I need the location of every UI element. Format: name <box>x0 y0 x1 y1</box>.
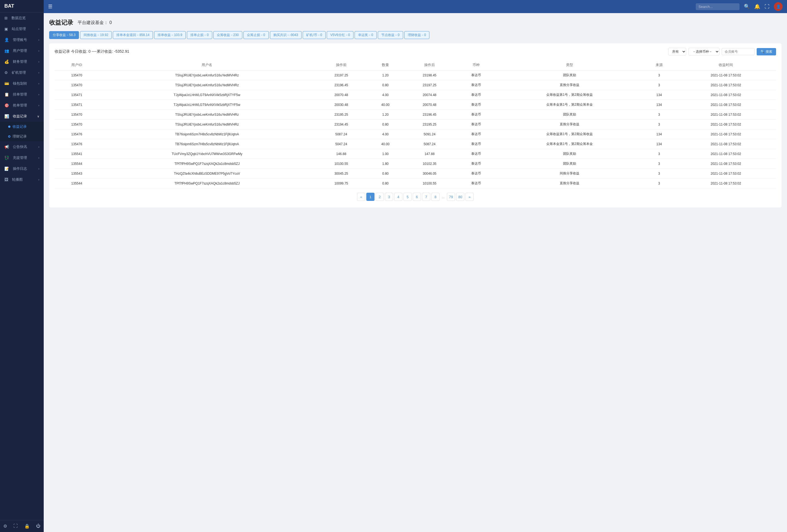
pagination-page-80[interactable]: 80 <box>456 193 464 201</box>
table-cell-6-6: 众筹收益第1号，第2期众筹收益 <box>497 129 643 139</box>
sidebar-item-oplog[interactable]: 📝 操作日志 › <box>0 163 44 174</box>
settings-icon[interactable]: ⚙ <box>3 524 7 529</box>
table-cell-0-1: TSIujJRUiEYjodxLveKmfurS16uYedMVHRz <box>99 70 315 80</box>
table-cell-2-0: 135471 <box>55 90 99 100</box>
table-cell-3-2: 20030.48 <box>315 100 367 110</box>
pagination-page-5[interactable]: 5 <box>403 193 412 201</box>
chevron-right-icon: › <box>38 60 39 63</box>
table-row: 135470TSIujJRUiEYjodxLveKmfurS16uYedMVHR… <box>55 110 776 119</box>
filter-tab-4[interactable]: 排单止损－0 <box>187 31 212 39</box>
chevron-right-icon: › <box>38 82 39 85</box>
table-cell-8-3: 1.00 <box>367 149 403 159</box>
filter-tab-2[interactable]: 排单本金退回－858.14 <box>113 31 153 39</box>
sidebar-item-finance-record[interactable]: 理财记录 <box>0 132 44 141</box>
sidebar-item-order[interactable]: 📋 排单管理 › <box>0 89 44 100</box>
sidebar-item-wallet[interactable]: 💳 钱包划转 › <box>0 78 44 89</box>
lock-icon[interactable]: 🔒 <box>24 524 30 529</box>
filter-tab-9[interactable]: V5V6分红－0 <box>327 31 354 39</box>
table-cell-5-2: 23194.45 <box>315 119 367 129</box>
hamburger-icon[interactable]: ☰ <box>48 3 52 9</box>
pagination-next[interactable]: » <box>466 193 474 201</box>
filter-tab-10[interactable]: 幸运奖－0 <box>355 31 377 39</box>
table-col-币种: 币种 <box>456 60 497 70</box>
table-cell-0-4: 23198.45 <box>403 70 456 80</box>
pagination-page-8[interactable]: 8 <box>431 193 440 201</box>
search-button[interactable]: 🔍 搜索 <box>757 48 776 56</box>
expand-icon[interactable]: ⛶ <box>14 524 18 529</box>
table-row: 135544TPf7fPH9SwPQ1F7szqXAQk2a1c8mdsb5ZJ… <box>55 178 776 189</box>
table-col-用户名: 用户名 <box>99 60 315 70</box>
coin-select[interactable]: －选择币种－ <box>688 48 720 56</box>
sub-item-label: 收益记录 <box>13 124 27 129</box>
table-cell-4-7: 3 <box>642 110 676 119</box>
table-cell-0-2: 23197.25 <box>315 70 367 80</box>
sidebar-logo: BAT <box>0 0 44 13</box>
pagination-page-6[interactable]: 6 <box>413 193 421 201</box>
topbar-left: ☰ <box>48 3 52 9</box>
filter-tabs: 分享收益－58.3间推收益－19.92排单本金退回－858.14排单收益－103… <box>49 31 782 39</box>
member-input[interactable] <box>722 48 754 55</box>
pagination-page-2[interactable]: 2 <box>376 193 384 201</box>
chevron-right-icon: › <box>38 38 39 42</box>
table-row: 135541TUcFVmy3ZQqb1YxbchVU7MWve3S3GRFwMy… <box>55 149 776 159</box>
pagination-prev[interactable]: « <box>357 193 365 201</box>
pagination-page-4[interactable]: 4 <box>394 193 402 201</box>
filter-tab-12[interactable]: 理财收益－0 <box>404 31 430 39</box>
fullscreen-icon[interactable]: ⛶ <box>765 4 769 9</box>
filter-tab-3[interactable]: 排单收益－103.9 <box>154 31 186 39</box>
sidebar-item-account-mgmt[interactable]: 👤 管理账号 › <box>0 35 44 45</box>
filter-tab-8[interactable]: 矿机/币－0 <box>303 31 326 39</box>
table-cell-0-6: 团队奖励 <box>497 70 643 80</box>
table-cell-7-8: 2021-11-08 17:53:02 <box>676 139 776 149</box>
filter-tab-6[interactable]: 众筹止损－0 <box>243 31 269 39</box>
table-cell-11-1: TPf7fPH9SwPQ1F7szqXAQk2a1c8mdsb5ZJ <box>99 178 315 189</box>
sidebar-item-dashboard[interactable]: ⊞ 数据总览 <box>0 13 44 23</box>
sidebar-item-user-mgmt[interactable]: 👥 用户管理 › <box>0 45 44 56</box>
sidebar-item-carousel[interactable]: 🖼 轮播图 › <box>0 174 44 185</box>
sidebar-item-label: 排单管理 <box>13 92 27 97</box>
table-cell-10-4: 30046.05 <box>403 169 456 178</box>
filter-controls: 所有 －选择币种－ 🔍 搜索 <box>668 48 776 56</box>
sidebar-item-recharge[interactable]: 💱 充提管理 › <box>0 152 44 163</box>
table-cell-3-3: 40.00 <box>367 100 403 110</box>
table-cell-0-7: 3 <box>642 70 676 80</box>
table-cell-4-4: 23196.45 <box>403 110 456 119</box>
content-area: 收益记录 平台建设基金： 0 分享收益－58.3间推收益－19.92排单本金退回… <box>44 13 787 532</box>
filter-tab-0[interactable]: 分享收益－58.3 <box>49 31 79 39</box>
sidebar-item-label: 轮播图 <box>12 177 23 182</box>
table-cell-5-5: 泰达币 <box>456 119 497 129</box>
table-cell-1-1: TSIujJRUiEYjodxLveKmfurS16uYedMVHRz <box>99 80 315 90</box>
table-cell-9-5: 泰达币 <box>456 159 497 169</box>
sidebar-item-income-record[interactable]: 收益记录 <box>0 122 44 132</box>
table-cell-8-6: 团队奖励 <box>497 149 643 159</box>
filter-tab-1[interactable]: 间推收益－19.92 <box>80 31 112 39</box>
sidebar-item-finance[interactable]: 💰 财务管理 › <box>0 56 44 67</box>
sidebar-item-income[interactable]: 📊 收益记录 ∨ <box>0 111 44 122</box>
table-cell-1-6: 直推分享收益 <box>497 80 643 90</box>
table-cell-2-2: 20070.48 <box>315 90 367 100</box>
pagination-page-79[interactable]: 79 <box>447 193 455 201</box>
pagination-page-3[interactable]: 3 <box>385 193 393 201</box>
search-input[interactable] <box>696 3 740 10</box>
table-cell-7-7: 134 <box>642 139 676 149</box>
filter-tab-11[interactable]: 节点收益－0 <box>378 31 403 39</box>
sidebar-item-announcement[interactable]: 📢 公告快讯 › <box>0 141 44 152</box>
carousel-icon: 🖼 <box>4 177 8 182</box>
sidebar-item-grab[interactable]: 🎯 抢单管理 › <box>0 100 44 111</box>
search-icon[interactable]: 🔍 <box>744 3 750 9</box>
bell-icon[interactable]: 🔔 <box>754 3 760 9</box>
sidebar-item-site[interactable]: ▣ 站点管理 › <box>0 23 44 35</box>
table-cell-5-4: 23195.25 <box>403 119 456 129</box>
table-cell-8-4: 147.88 <box>403 149 456 159</box>
table-cell-8-2: 146.88 <box>315 149 367 159</box>
filter-tab-5[interactable]: 众筹收益－230 <box>213 31 242 39</box>
sidebar-item-miner[interactable]: ⚙ 矿机管理 › <box>0 67 44 78</box>
pagination-page-7[interactable]: 7 <box>422 193 430 201</box>
table-row: 135544TPf7fPH9SwPQ1F7szqXAQk2a1c8mdsb5ZJ… <box>55 159 776 169</box>
all-select[interactable]: 所有 <box>668 48 686 56</box>
power-icon[interactable]: ⏻ <box>36 524 40 529</box>
filter-tab-7[interactable]: 购买共识－-9043 <box>270 31 302 39</box>
table-cell-5-0: 135470 <box>55 119 99 129</box>
pagination-page-1[interactable]: 1 <box>366 193 375 201</box>
avatar[interactable]: 👤 <box>774 2 783 11</box>
